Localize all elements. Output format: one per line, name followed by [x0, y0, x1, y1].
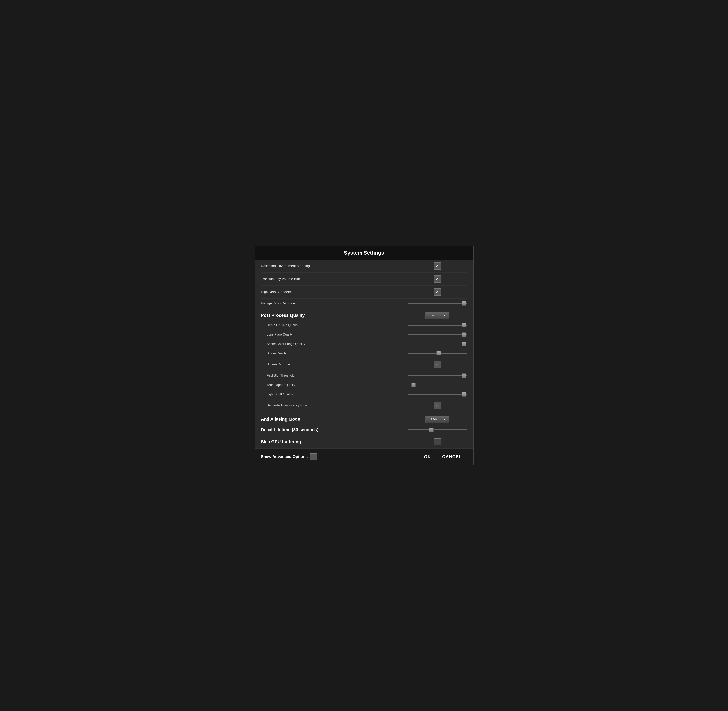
setting-row-foliage-draw-distance: Foliage Draw Distance — [261, 298, 467, 308]
slider-track-fast-blur — [408, 375, 467, 376]
section-label-anti-aliasing: Anti Aliasing Mode — [261, 417, 300, 422]
setting-row-fast-blur-threshold: Fast Blur Threshold — [261, 371, 467, 381]
slider-thumb-tonemapper[interactable] — [411, 383, 416, 387]
slider-container-lens-flare — [408, 334, 467, 335]
slider-thumb-foliage[interactable] — [462, 301, 467, 305]
checkbox-container-high-detail: ✓ — [408, 288, 467, 295]
slider-track-light-shaft — [408, 394, 467, 395]
setting-row-translucency-volume-blur: Translucency Volume Blur ✓ — [261, 273, 467, 286]
anti-aliasing-value: FXAA — [429, 417, 437, 421]
chevron-down-icon-aa: ▼ — [444, 418, 446, 420]
anti-aliasing-dropdown[interactable]: FXAA ▼ — [425, 416, 449, 423]
setting-label-depth-of-field: Depth Of Field Quality — [261, 323, 298, 327]
slider-thumb-depth-of-field[interactable] — [462, 323, 467, 327]
setting-label-light-shaft-quality: Light Shaft Quality — [261, 392, 293, 396]
post-process-quality-dropdown[interactable]: Epic ▼ — [425, 312, 449, 319]
setting-row-light-shaft-quality: Light Shaft Quality — [261, 390, 467, 399]
setting-row-tonemapper-quality: Tonemapper Quality — [261, 381, 467, 390]
slider-thumb-decal-lifetime[interactable] — [429, 428, 434, 432]
section-header-anti-aliasing: Anti Aliasing Mode FXAA ▼ — [261, 412, 467, 425]
show-advanced-options-label: Show Advanced Options — [261, 454, 308, 459]
checkbox-separate-translucency[interactable]: ✓ — [434, 402, 441, 409]
dialog-body: Reflection Environment Mapping ✓ Translu… — [255, 260, 473, 448]
slider-thumb-bloom-quality[interactable] — [436, 351, 441, 356]
setting-row-depth-of-field: Depth Of Field Quality — [261, 321, 467, 330]
setting-row-skip-gpu-buffering: Skip GPU buffering — [261, 435, 467, 448]
setting-label-scene-color-fringe: Scene Color Fringe Quality — [261, 342, 305, 346]
setting-label-separate-translucency: Separate Translucency Pass — [261, 404, 307, 407]
slider-container-scene-color-fringe — [408, 344, 467, 344]
setting-label-decal-lifetime: Decal Lifetime (30 seconds) — [261, 427, 319, 432]
checkbox-screen-dirt-effect[interactable]: ✓ — [434, 361, 441, 368]
setting-row-bloom-quality: Bloom Quality — [261, 349, 467, 358]
checkbox-translucency-volume-blur[interactable]: ✓ — [434, 276, 441, 283]
slider-container-light-shaft — [408, 394, 467, 395]
slider-thumb-scene-color-fringe[interactable] — [462, 342, 467, 346]
slider-thumb-fast-blur[interactable] — [462, 373, 467, 378]
setting-label-foliage-draw-distance: Foliage Draw Distance — [261, 301, 295, 305]
system-settings-dialog: System Settings Reflection Environment M… — [254, 246, 474, 465]
slider-track-tonemapper — [408, 385, 467, 385]
setting-label-reflection-env-mapping: Reflection Environment Mapping — [261, 264, 310, 268]
slider-container-foliage — [408, 303, 467, 304]
slider-track-scene-color-fringe — [408, 344, 467, 344]
setting-label-lens-flare: Lens Flare Quality — [261, 333, 293, 336]
setting-row-separate-translucency: Separate Translucency Pass ✓ — [261, 399, 467, 412]
setting-label-translucency-volume-blur: Translucency Volume Blur — [261, 277, 300, 281]
setting-label-fast-blur-threshold: Fast Blur Threshold — [261, 374, 295, 378]
checkbox-container-skip-gpu — [408, 438, 467, 445]
checkbox-container-reflection: ✓ — [408, 263, 467, 270]
setting-row-decal-lifetime: Decal Lifetime (30 seconds) — [261, 425, 467, 435]
dropdown-container-anti-aliasing: FXAA ▼ — [408, 416, 467, 423]
setting-row-scene-color-fringe: Scene Color Fringe Quality — [261, 339, 467, 349]
chevron-down-icon: ▼ — [444, 314, 446, 317]
section-label-post-process: Post Process Quality — [261, 313, 305, 318]
slider-thumb-lens-flare[interactable] — [462, 332, 467, 337]
checkbox-high-detail-shaders[interactable]: ✓ — [434, 288, 441, 295]
setting-row-reflection-env-mapping: Reflection Environment Mapping ✓ — [261, 260, 467, 273]
checkbox-reflection-env-mapping[interactable]: ✓ — [434, 263, 441, 270]
setting-row-lens-flare: Lens Flare Quality — [261, 330, 467, 339]
checkbox-container-translucency: ✓ — [408, 276, 467, 283]
setting-row-high-detail-shaders: High Detail Shaders ✓ — [261, 286, 467, 298]
setting-row-screen-dirt-effect: Screen Dirt Effect ✓ — [261, 358, 467, 371]
slider-container-bloom-quality — [408, 353, 467, 354]
footer-buttons: OK CANCEL — [418, 452, 467, 462]
post-process-quality-value: Epic — [429, 314, 435, 317]
ok-button[interactable]: OK — [418, 452, 437, 462]
dialog-footer: Show Advanced Options ✓ OK CANCEL — [255, 448, 473, 465]
setting-label-screen-dirt-effect: Screen Dirt Effect — [261, 363, 292, 366]
slider-track-depth-of-field — [408, 325, 467, 326]
slider-thumb-light-shaft[interactable] — [462, 392, 467, 397]
section-header-post-process: Post Process Quality Epic ▼ — [261, 308, 467, 321]
dropdown-container-post-process: Epic ▼ — [408, 312, 467, 319]
checkbox-container-separate-translucency: ✓ — [408, 402, 467, 409]
slider-track-decal-lifetime — [408, 429, 467, 430]
setting-label-skip-gpu-buffering: Skip GPU buffering — [261, 439, 301, 444]
cancel-button[interactable]: CANCEL — [437, 452, 467, 462]
slider-container-fast-blur — [408, 375, 467, 376]
slider-container-decal-lifetime — [408, 429, 467, 430]
setting-label-high-detail-shaders: High Detail Shaders — [261, 290, 291, 294]
checkbox-container-screen-dirt: ✓ — [408, 361, 467, 368]
slider-container-tonemapper — [408, 385, 467, 385]
slider-track-foliage — [408, 303, 467, 304]
footer-left: Show Advanced Options ✓ — [261, 453, 317, 460]
setting-label-tonemapper-quality: Tonemapper Quality — [261, 383, 295, 387]
checkbox-skip-gpu-buffering[interactable] — [434, 438, 441, 445]
slider-container-depth-of-field — [408, 325, 467, 326]
slider-track-bloom-quality — [408, 353, 467, 354]
slider-track-lens-flare — [408, 334, 467, 335]
setting-label-bloom-quality: Bloom Quality — [261, 351, 287, 355]
checkbox-show-advanced-options[interactable]: ✓ — [310, 453, 317, 460]
dialog-title: System Settings — [255, 246, 473, 260]
